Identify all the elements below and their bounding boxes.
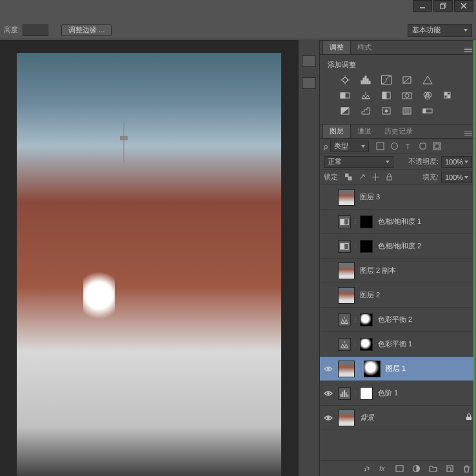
height-label: 高度: (4, 25, 20, 35)
svg-rect-35 (448, 95, 450, 98)
link-layers-icon[interactable] (361, 464, 370, 473)
layer-row[interactable]: ⋮图层 1 (320, 357, 476, 381)
black-white-icon[interactable] (381, 90, 392, 101)
curves-icon[interactable] (381, 75, 392, 85)
svg-line-17 (403, 77, 411, 83)
layer-row[interactable]: 图层 3 (320, 185, 476, 210)
filter-pixel-icon[interactable] (375, 142, 384, 151)
layer-name[interactable]: 图层 2 (360, 290, 380, 300)
opacity-input[interactable]: 100% (441, 156, 472, 168)
hue-saturation-icon[interactable] (339, 90, 351, 101)
threshold-icon[interactable] (381, 106, 392, 116)
svg-rect-20 (341, 93, 345, 98)
visibility-toggle[interactable] (320, 390, 337, 397)
tab-channels[interactable]: 通道 (351, 124, 378, 138)
photo-filter-icon[interactable] (401, 90, 413, 101)
posterize-icon[interactable] (360, 106, 372, 116)
mask-link-icon[interactable]: ⋮ (352, 219, 357, 225)
filter-adjustment-icon[interactable] (390, 142, 399, 151)
tab-adjustments[interactable]: 调整 (322, 40, 351, 54)
adjustment-thumbnail (338, 338, 351, 351)
canvas-area[interactable] (0, 40, 298, 476)
adjustment-thumbnail (338, 215, 351, 228)
new-adjustment-icon[interactable] (412, 464, 421, 473)
scrollbar-edge[interactable] (473, 40, 476, 476)
workspace-switcher[interactable]: 基本功能 (408, 24, 472, 37)
lock-pixels-icon[interactable] (357, 173, 366, 182)
blend-mode-select[interactable]: 正常 (324, 156, 393, 168)
collapsed-panel-icon[interactable] (302, 55, 316, 67)
layers-footer: fx (320, 461, 476, 476)
layer-name[interactable]: 色相/饱和度 1 (378, 217, 421, 226)
mask-link-icon[interactable]: ⋮ (352, 243, 357, 250)
visibility-toggle[interactable] (320, 366, 337, 372)
layer-row[interactable]: ⋮色彩平衡 2 (320, 308, 476, 332)
layer-name[interactable]: 色彩平衡 1 (378, 339, 412, 349)
svg-marker-18 (423, 76, 432, 84)
mask-link-icon[interactable]: ⋮ (352, 317, 357, 323)
layer-list[interactable]: 图层 3⋮色相/饱和度 1⋮色相/饱和度 2图层 2 副本图层 2⋮色彩平衡 2… (320, 185, 476, 461)
layer-name[interactable]: 背景 (360, 413, 374, 422)
layer-name[interactable]: 图层 3 (360, 192, 380, 202)
tab-history[interactable]: 历史记录 (378, 124, 419, 138)
fill-input[interactable]: 100% (441, 172, 472, 183)
layer-name[interactable]: 色阶 1 (378, 388, 398, 398)
lock-all-icon[interactable] (384, 173, 393, 182)
add-mask-icon[interactable] (395, 464, 404, 473)
layer-row[interactable]: ⋮色彩平衡 1 (320, 332, 476, 357)
mask-link-icon[interactable]: ⋮ (352, 390, 357, 397)
adjustment-thumbnail (338, 240, 351, 253)
restore-button[interactable] (433, 0, 453, 12)
svg-marker-64 (344, 319, 348, 323)
filter-smart-icon[interactable] (432, 142, 441, 151)
layer-name[interactable]: 图层 2 副本 (360, 266, 396, 275)
gradient-map-icon[interactable] (422, 106, 433, 116)
svg-rect-32 (444, 92, 447, 95)
mask-link-icon[interactable]: ⋮ (356, 366, 361, 372)
lock-position-icon[interactable] (371, 173, 380, 182)
levels-icon[interactable] (360, 75, 372, 85)
layer-name[interactable]: 色彩平衡 2 (378, 315, 412, 324)
vibrance-icon[interactable] (422, 75, 433, 85)
layer-row[interactable]: ⋮色阶 1 (320, 381, 476, 406)
layer-row[interactable]: 背景 (320, 406, 476, 430)
lock-label: 锁定: (324, 172, 340, 182)
selective-color-icon[interactable] (401, 106, 413, 116)
layer-mask-thumbnail (360, 215, 373, 228)
new-group-icon[interactable] (428, 464, 437, 473)
brightness-contrast-icon[interactable] (339, 75, 351, 85)
tab-styles[interactable]: 样式 (351, 41, 378, 54)
refine-edge-button[interactable]: 调整边缘 ... (61, 25, 112, 36)
layer-row[interactable]: ⋮色相/饱和度 1 (320, 210, 476, 234)
layer-row[interactable]: 图层 2 (320, 283, 476, 308)
invert-icon[interactable] (339, 106, 351, 116)
height-input[interactable] (23, 25, 48, 36)
exposure-icon[interactable] (401, 75, 413, 85)
visibility-toggle[interactable] (320, 415, 337, 421)
mask-link-icon[interactable]: ⋮ (352, 341, 357, 348)
panel-menu-icon[interactable] (463, 129, 473, 138)
tab-layers[interactable]: 图层 (322, 124, 351, 138)
color-balance-icon[interactable] (360, 90, 372, 101)
panel-menu-icon[interactable] (463, 45, 473, 54)
svg-point-69 (327, 368, 330, 370)
svg-rect-73 (344, 390, 345, 397)
collapsed-panel-icon[interactable] (302, 77, 316, 89)
filter-kind-select[interactable]: 类型 (330, 141, 369, 152)
minimize-button[interactable] (413, 0, 432, 12)
layer-name[interactable]: 色相/饱和度 2 (378, 241, 421, 251)
layer-row[interactable]: ⋮色相/饱和度 2 (320, 234, 476, 259)
layer-row[interactable]: 图层 2 副本 (320, 259, 476, 283)
new-layer-icon[interactable] (445, 464, 454, 473)
color-lookup-icon[interactable] (442, 90, 454, 101)
filter-type-icon[interactable]: T (404, 142, 413, 151)
delete-layer-icon[interactable] (462, 464, 471, 473)
layer-effects-icon[interactable]: fx (378, 464, 387, 473)
svg-rect-77 (466, 417, 471, 420)
layer-name[interactable]: 图层 1 (386, 364, 406, 373)
channel-mixer-icon[interactable] (422, 90, 433, 101)
filter-shape-icon[interactable] (418, 142, 427, 151)
lock-transparency-icon[interactable] (344, 173, 353, 182)
svg-marker-67 (341, 344, 344, 348)
close-button[interactable] (454, 0, 473, 12)
